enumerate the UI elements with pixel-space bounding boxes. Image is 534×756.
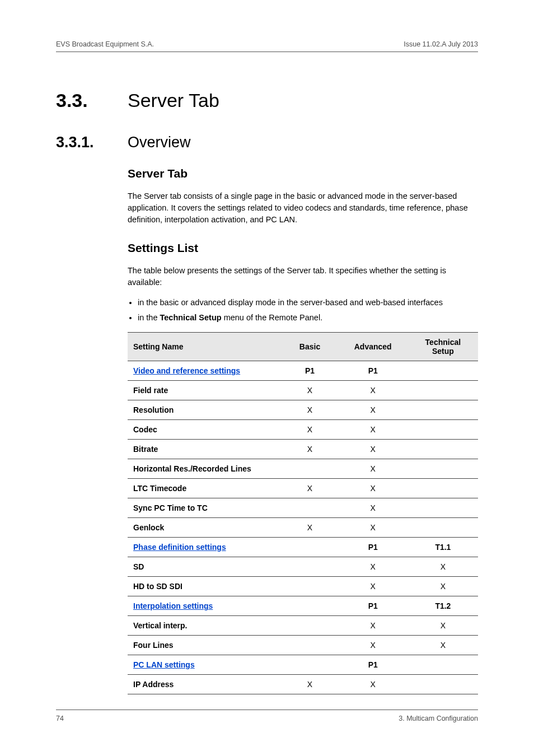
setting-advanced-cell: X (338, 616, 408, 636)
heading-3-settings-list: Settings List (128, 241, 478, 255)
setting-name-cell: Field rate (128, 381, 282, 400)
setting-link[interactable]: PC LAN settings (133, 660, 195, 669)
running-header: EVS Broadcast Equipment S.A. Issue 11.02… (56, 40, 478, 52)
table-row: SDXX (128, 557, 478, 577)
table-row: Video and reference settingsP1P1 (128, 361, 478, 381)
setting-tech-cell (408, 518, 478, 538)
setting-tech-cell (408, 440, 478, 459)
setting-tech-cell: T1.1 (408, 538, 478, 557)
setting-advanced-cell: X (338, 498, 408, 518)
setting-name-cell: Codec (128, 420, 282, 440)
running-header-left: EVS Broadcast Equipment S.A. (56, 40, 154, 48)
setting-name-cell: Video and reference settings (128, 361, 282, 381)
table-header-tech: Technical Setup (408, 333, 478, 361)
table-row: Interpolation settingsP1T1.2 (128, 596, 478, 616)
setting-tech-cell (408, 498, 478, 518)
setting-tech-cell: X (408, 577, 478, 596)
bullet-item-2: in the Technical Setup menu of the Remot… (138, 311, 478, 324)
setting-name-cell: SD (128, 557, 282, 577)
setting-name-cell: Interpolation settings (128, 596, 282, 616)
setting-advanced-cell: X (338, 577, 408, 596)
setting-basic-cell (282, 616, 338, 636)
setting-basic-cell (282, 498, 338, 518)
setting-link[interactable]: Interpolation settings (133, 601, 213, 610)
setting-tech-cell (408, 381, 478, 400)
setting-basic-cell (282, 459, 338, 479)
table-row: GenlockXX (128, 518, 478, 538)
setting-name-cell: Sync PC Time to TC (128, 498, 282, 518)
bullet-item-1: in the basic or advanced display mode in… (138, 296, 478, 309)
table-row: IP AddressXX (128, 675, 478, 694)
table-row: BitrateXX (128, 440, 478, 459)
setting-tech-cell (408, 400, 478, 420)
setting-tech-cell (408, 361, 478, 381)
setting-tech-cell: X (408, 616, 478, 636)
setting-name-cell: Resolution (128, 400, 282, 420)
setting-name-cell: Genlock (128, 518, 282, 538)
setting-name-cell: Four Lines (128, 636, 282, 655)
indented-body: Server Tab The Server tab consists of a … (128, 167, 478, 694)
setting-advanced-cell: X (338, 518, 408, 538)
table-row: LTC TimecodeXX (128, 479, 478, 498)
setting-tech-cell (408, 479, 478, 498)
heading-1-title: Server Tab (128, 90, 219, 111)
setting-tech-cell: T1.2 (408, 596, 478, 616)
setting-basic-cell: X (282, 675, 338, 694)
setting-link[interactable]: Phase definition settings (133, 543, 226, 552)
table-row: PC LAN settingsP1 (128, 655, 478, 675)
setting-name-cell: Phase definition settings (128, 538, 282, 557)
setting-name-cell: Vertical interp. (128, 616, 282, 636)
table-header-name: Setting Name (128, 333, 282, 361)
bullet-list: in the basic or advanced display mode in… (138, 296, 478, 324)
setting-name-cell: HD to SD SDI (128, 577, 282, 596)
paragraph-settings-intro: The table below presents the settings of… (128, 265, 478, 288)
setting-tech-cell (408, 675, 478, 694)
setting-advanced-cell: X (338, 381, 408, 400)
heading-2: 3.3.1. Overview (56, 134, 478, 151)
setting-basic-cell (282, 538, 338, 557)
setting-advanced-cell: X (338, 459, 408, 479)
setting-basic-cell (282, 596, 338, 616)
setting-basic-cell: X (282, 440, 338, 459)
setting-advanced-cell: X (338, 420, 408, 440)
footer-chapter: 3. Multicam Configuration (399, 715, 478, 722)
setting-advanced-cell: X (338, 479, 408, 498)
heading-2-title: Overview (128, 134, 191, 151)
setting-basic-cell: X (282, 518, 338, 538)
content-area: 3.3. Server Tab 3.3.1. Overview Server T… (56, 0, 478, 694)
setting-basic-cell: P1 (282, 361, 338, 381)
setting-advanced-cell: X (338, 557, 408, 577)
setting-name-cell: Bitrate (128, 440, 282, 459)
footer: 74 3. Multicam Configuration (56, 710, 478, 722)
heading-3-server-tab: Server Tab (128, 167, 478, 180)
table-row: HD to SD SDIXX (128, 577, 478, 596)
table-row: Field rateXX (128, 381, 478, 400)
setting-link[interactable]: Video and reference settings (133, 366, 240, 375)
bullet-item-2-bold: Technical Setup (160, 313, 222, 322)
setting-advanced-cell: X (338, 675, 408, 694)
setting-name-cell: IP Address (128, 675, 282, 694)
setting-tech-cell (408, 655, 478, 675)
setting-basic-cell: X (282, 479, 338, 498)
setting-tech-cell (408, 459, 478, 479)
table-row: Vertical interp.XX (128, 616, 478, 636)
setting-basic-cell (282, 636, 338, 655)
setting-advanced-cell: X (338, 636, 408, 655)
heading-1-number: 3.3. (56, 90, 128, 111)
setting-name-cell: Horizontal Res./Recorded Lines (128, 459, 282, 479)
bullet-item-2-pre: in the (138, 313, 160, 322)
setting-basic-cell: X (282, 381, 338, 400)
table-row: CodecXX (128, 420, 478, 440)
table-row: Sync PC Time to TCX (128, 498, 478, 518)
table-row: ResolutionXX (128, 400, 478, 420)
setting-tech-cell: X (408, 636, 478, 655)
setting-advanced-cell: P1 (338, 538, 408, 557)
settings-table: Setting Name Basic Advanced Technical Se… (128, 332, 478, 694)
table-header-basic: Basic (282, 333, 338, 361)
table-row: Horizontal Res./Recorded LinesX (128, 459, 478, 479)
setting-tech-cell (408, 420, 478, 440)
setting-basic-cell (282, 577, 338, 596)
setting-basic-cell (282, 557, 338, 577)
setting-basic-cell (282, 655, 338, 675)
running-header-right: Issue 11.02.A July 2013 (404, 40, 478, 48)
